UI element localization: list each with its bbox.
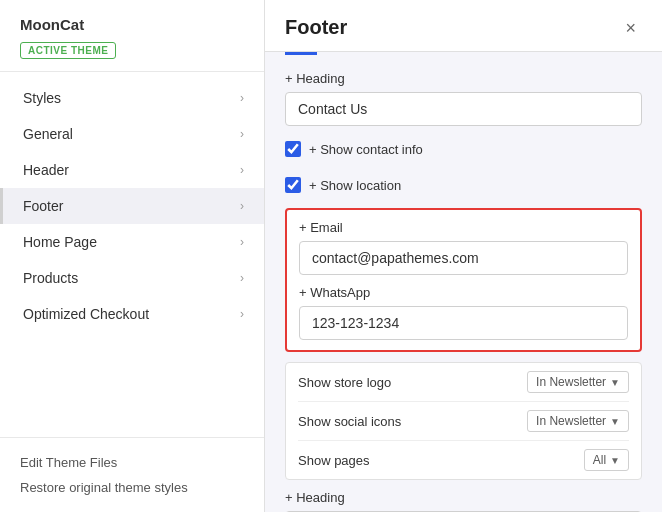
close-button[interactable]: × [619,17,642,39]
brand-name: MoonCat [20,16,244,33]
show-location-label[interactable]: + Show location [285,172,642,198]
chevron-right-icon: › [240,235,244,249]
panel-content: + Heading + Show contact info + Show loc… [265,59,662,512]
sidebar-item-footer[interactable]: Footer› [0,188,264,224]
heading-input[interactable] [285,92,642,126]
dropdown-rows: Show store logo In Newsletter ▼ Show soc… [285,362,642,480]
heading-section: + Heading [285,71,642,126]
show-contact-row: + Show contact info [285,136,642,162]
nav-item-label: General [23,126,73,142]
show-store-logo-dropdown[interactable]: In Newsletter ▼ [527,371,629,393]
show-social-icons-dropdown[interactable]: In Newsletter ▼ [527,410,629,432]
nav-item-label: Styles [23,90,61,106]
show-location-checkbox[interactable] [285,177,301,193]
social-icons-option: In Newsletter [536,414,606,428]
show-location-text: + Show location [309,178,401,193]
heading-collapsible[interactable]: + Heading [285,71,642,86]
show-contact-text: + Show contact info [309,142,423,157]
nav-item-label: Home Page [23,234,97,250]
show-social-icons-label: Show social icons [298,414,401,429]
panel-title: Footer [285,16,347,39]
active-theme-badge: ACTIVE THEME [20,42,116,59]
chevron-right-icon: › [240,127,244,141]
show-social-icons-row: Show social icons In Newsletter ▼ [298,402,629,441]
chevron-right-icon: › [240,91,244,105]
show-pages-row: Show pages All ▼ [298,441,629,479]
sidebar-footer-links: Edit Theme FilesRestore original theme s… [0,437,264,512]
sidebar-link-restore-original-theme-styles[interactable]: Restore original theme styles [20,475,244,500]
sidebar-item-home-page[interactable]: Home Page› [0,224,264,260]
show-location-row: + Show location [285,172,642,198]
show-store-logo-row: Show store logo In Newsletter ▼ [298,363,629,402]
chevron-right-icon: › [240,199,244,213]
nav-item-label: Footer [23,198,63,214]
blue-accent-line [285,52,317,55]
navigate-heading-section: + Heading [285,490,642,512]
dropdown-arrow-icon: ▼ [610,377,620,388]
sidebar-header: MoonCat ACTIVE THEME [0,0,264,72]
dropdown-arrow-icon-3: ▼ [610,455,620,466]
email-collapsible[interactable]: + Email [299,220,628,235]
whatsapp-input[interactable] [299,306,628,340]
show-store-logo-label: Show store logo [298,375,391,390]
sidebar-item-styles[interactable]: Styles› [0,80,264,116]
sidebar-item-general[interactable]: General› [0,116,264,152]
panel-header: Footer × [265,0,662,52]
nav-item-label: Products [23,270,78,286]
show-contact-label[interactable]: + Show contact info [285,136,642,162]
show-pages-label: Show pages [298,453,370,468]
chevron-right-icon: › [240,307,244,321]
navigate-collapsible[interactable]: + Heading [285,490,642,505]
whatsapp-collapsible[interactable]: + WhatsApp [299,285,628,300]
nav-item-label: Header [23,162,69,178]
sidebar-link-edit-theme-files[interactable]: Edit Theme Files [20,450,244,475]
show-pages-dropdown[interactable]: All ▼ [584,449,629,471]
dropdown-arrow-icon-2: ▼ [610,416,620,427]
sidebar-item-optimized-checkout[interactable]: Optimized Checkout› [0,296,264,332]
pages-option: All [593,453,606,467]
chevron-right-icon: › [240,271,244,285]
email-input[interactable] [299,241,628,275]
email-whatsapp-section: + Email + WhatsApp [285,208,642,352]
store-logo-option: In Newsletter [536,375,606,389]
main-panel: Footer × + Heading + Show contact info +… [265,0,662,512]
chevron-right-icon: › [240,163,244,177]
sidebar-item-products[interactable]: Products› [0,260,264,296]
sidebar: MoonCat ACTIVE THEME Styles›General›Head… [0,0,265,512]
nav-item-label: Optimized Checkout [23,306,149,322]
show-contact-checkbox[interactable] [285,141,301,157]
sidebar-nav: Styles›General›Header›Footer›Home Page›P… [0,72,264,437]
sidebar-item-header[interactable]: Header› [0,152,264,188]
